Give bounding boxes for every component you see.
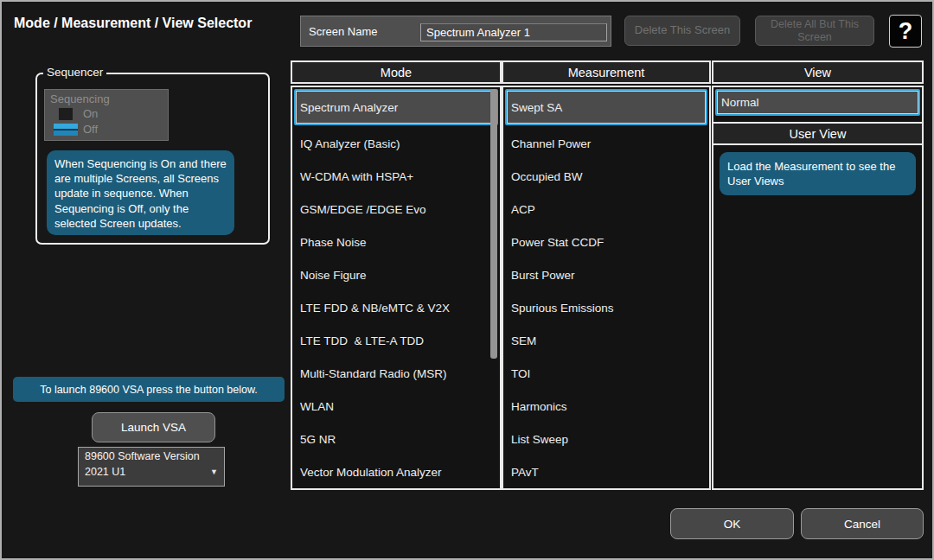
mode-list: Spectrum Analyzer IQ Analyzer (Basic) W-… bbox=[291, 86, 502, 490]
measurement-item[interactable]: SEM bbox=[503, 324, 709, 357]
measurement-item[interactable]: Spurious Emissions bbox=[503, 291, 709, 324]
mode-column-header: Mode bbox=[291, 60, 502, 84]
delete-all-but-this-screen-button[interactable]: Delete All But This Screen bbox=[755, 16, 874, 46]
vsa-version-dropdown[interactable]: 89600 Software Version 2021 U1 ▼ bbox=[78, 447, 225, 487]
sequencing-on-option[interactable]: On bbox=[50, 106, 168, 121]
sequencing-info-text: When Sequencing is On and there are mult… bbox=[47, 150, 234, 235]
screen-name-label: Screen Name bbox=[301, 25, 377, 38]
measurement-item[interactable]: Harmonics bbox=[503, 390, 709, 423]
screen-name-control: Screen Name Spectrum Analyzer 1 bbox=[300, 16, 611, 47]
mode-item[interactable]: Noise Figure bbox=[292, 258, 500, 291]
mode-item[interactable]: IQ Analyzer (Basic) bbox=[292, 127, 500, 160]
screen-name-input[interactable]: Spectrum Analyzer 1 bbox=[420, 23, 607, 41]
mode-item[interactable]: WLAN bbox=[292, 390, 500, 423]
mode-item[interactable]: 5G NR bbox=[292, 423, 500, 455]
help-button[interactable]: ? bbox=[889, 15, 922, 48]
mode-item[interactable]: LTE FDD & NB/eMTC & V2X bbox=[292, 291, 500, 324]
vsa-version-value: 2021 U1 bbox=[85, 466, 125, 478]
sequencing-off-option[interactable]: Off bbox=[50, 122, 168, 137]
mode-item[interactable]: Spectrum Analyzer bbox=[294, 89, 498, 125]
measurement-item[interactable]: ACP bbox=[503, 193, 709, 226]
ok-button[interactable]: OK bbox=[670, 508, 794, 539]
mode-item[interactable]: LTE TDD & LTE-A TDD bbox=[292, 324, 500, 357]
view-list: Normal User View Load the Measurement to… bbox=[712, 86, 924, 490]
sequencer-group: Sequencer Sequencing On Off When Sequenc… bbox=[35, 73, 270, 245]
sequencing-label: Sequencing bbox=[50, 92, 168, 105]
user-view-note: Load the Measurement to see the User Vie… bbox=[720, 152, 916, 195]
mode-item[interactable]: W-CDMA with HSPA+ bbox=[292, 160, 500, 193]
mode-item[interactable]: Vector Modulation Analyzer bbox=[292, 455, 500, 488]
user-view-header: User View bbox=[712, 122, 924, 145]
mode-measurement-view-selector-dialog: Mode / Measurement / View Selector Scree… bbox=[0, 0, 934, 560]
measurement-item[interactable]: Burst Power bbox=[503, 258, 709, 291]
view-column-header: View bbox=[712, 60, 924, 84]
measurement-item[interactable]: List Sweep bbox=[503, 423, 709, 455]
question-mark-icon: ? bbox=[899, 18, 913, 45]
toggle-on-indicator bbox=[59, 108, 73, 120]
measurement-item[interactable]: Channel Power bbox=[503, 127, 709, 160]
measurement-item[interactable]: PAvT bbox=[503, 455, 709, 488]
mode-item[interactable]: GSM/EDGE /EDGE Evo bbox=[292, 193, 500, 226]
sequencing-toggle[interactable]: Sequencing On Off bbox=[44, 89, 169, 141]
sequencing-off-label: Off bbox=[83, 123, 98, 136]
delete-this-screen-button[interactable]: Delete This Screen bbox=[624, 16, 740, 46]
mode-item[interactable]: Phase Noise bbox=[292, 226, 500, 258]
toggle-off-indicator bbox=[54, 124, 78, 136]
measurement-column-header: Measurement bbox=[502, 60, 711, 84]
vsa-launch-note: To launch 89600 VSA press the button bel… bbox=[13, 377, 285, 402]
measurement-item[interactable]: TOI bbox=[503, 357, 709, 390]
launch-vsa-button[interactable]: Launch VSA bbox=[92, 412, 215, 442]
measurement-list: Swept SA Channel Power Occupied BW ACP P… bbox=[502, 86, 711, 490]
mode-item[interactable]: Multi-Standard Radio (MSR) bbox=[292, 357, 500, 390]
view-item[interactable]: Normal bbox=[715, 89, 920, 116]
measurement-item[interactable]: Swept SA bbox=[505, 89, 707, 125]
sequencer-group-label: Sequencer bbox=[43, 66, 106, 79]
measurement-item[interactable]: Occupied BW bbox=[503, 160, 709, 193]
page-title: Mode / Measurement / View Selector bbox=[14, 16, 252, 31]
sequencing-on-label: On bbox=[83, 107, 98, 120]
cancel-button[interactable]: Cancel bbox=[801, 508, 924, 539]
caret-down-icon: ▼ bbox=[210, 468, 218, 476]
mode-list-scrollbar-thumb[interactable] bbox=[490, 89, 497, 359]
measurement-item[interactable]: Power Stat CCDF bbox=[503, 226, 709, 258]
vsa-version-label: 89600 Software Version bbox=[85, 450, 218, 462]
